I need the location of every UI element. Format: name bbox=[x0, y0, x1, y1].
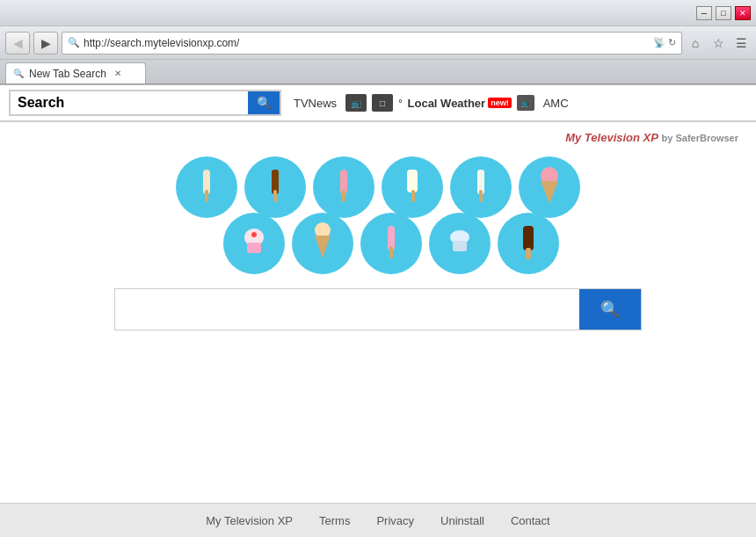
tvnews-link[interactable]: TVNews bbox=[290, 95, 340, 112]
svg-rect-3 bbox=[273, 190, 277, 202]
ice-circle-4 bbox=[382, 156, 443, 218]
footer-terms[interactable]: Terms bbox=[319, 514, 350, 527]
url-text: http://search.mytelevisionxp.com/ bbox=[84, 37, 650, 49]
main-content: My Television XP by SaferBrowser bbox=[0, 122, 756, 503]
svg-rect-18 bbox=[389, 246, 393, 258]
toolbar-links: TVNews 📺 □ ° Local Weather new! 📺 AMC bbox=[290, 94, 747, 112]
title-bar: ─ □ ✕ bbox=[0, 0, 756, 26]
nav-icons: ⌂ ☆ ☰ bbox=[686, 33, 751, 53]
ice-circle-5 bbox=[450, 156, 512, 218]
local-weather-label: Local Weather bbox=[408, 97, 486, 110]
footer: My Television XP Terms Privacy Uninstall… bbox=[0, 503, 756, 537]
tab-title: New Tab Search bbox=[29, 68, 106, 80]
center-search-icon: 🔍 bbox=[600, 300, 620, 319]
favorites-button[interactable]: ☆ bbox=[709, 33, 728, 53]
footer-contact[interactable]: Contact bbox=[511, 514, 550, 527]
svg-rect-13 bbox=[247, 243, 261, 253]
center-search-button[interactable]: 🔍 bbox=[579, 289, 641, 330]
footer-uninstall[interactable]: Uninstall bbox=[440, 514, 484, 527]
toolbar-search-input[interactable] bbox=[11, 91, 248, 114]
amc-icon: 📺 bbox=[517, 95, 534, 111]
nav-bar: ◀ ▶ 🔍 http://search.mytelevisionxp.com/ … bbox=[0, 26, 756, 60]
ice-circle-8 bbox=[292, 213, 353, 274]
ice-circle-11 bbox=[498, 213, 559, 274]
maximize-button[interactable]: □ bbox=[716, 6, 731, 20]
svg-point-14 bbox=[251, 232, 257, 237]
svg-rect-9 bbox=[479, 190, 483, 202]
forward-icon: ▶ bbox=[41, 36, 51, 50]
ice-row-1 bbox=[176, 156, 580, 218]
tv-icon: 📺 bbox=[345, 94, 367, 112]
toolbar-search-icon: 🔍 bbox=[257, 96, 272, 110]
home-button[interactable]: ⌂ bbox=[686, 33, 705, 53]
refresh-icon[interactable]: ↻ bbox=[668, 37, 676, 48]
address-icons: 📡 ↻ bbox=[653, 37, 676, 48]
toolbar-search-button[interactable]: 🔍 bbox=[248, 91, 280, 114]
footer-my-television[interactable]: My Television XP bbox=[206, 514, 293, 527]
svg-marker-16 bbox=[315, 236, 331, 258]
toolbar-search-wrap: 🔍 bbox=[9, 90, 281, 116]
svg-rect-1 bbox=[205, 190, 208, 202]
ice-circle-10 bbox=[429, 213, 491, 274]
ice-circle-1 bbox=[176, 156, 237, 218]
ice-circle-2 bbox=[244, 156, 306, 218]
ice-circle-7 bbox=[223, 213, 285, 274]
center-search-input[interactable] bbox=[115, 289, 579, 330]
forward-button[interactable]: ▶ bbox=[33, 32, 58, 54]
local-weather-link[interactable]: Local Weather new! bbox=[408, 97, 512, 110]
svg-rect-7 bbox=[411, 190, 415, 202]
svg-rect-20 bbox=[453, 241, 467, 251]
svg-rect-22 bbox=[526, 248, 531, 259]
brand-name: My Television XP bbox=[565, 131, 658, 144]
tab-close-button[interactable]: ✕ bbox=[112, 68, 124, 80]
window-controls: ─ □ ✕ bbox=[696, 6, 751, 20]
svg-rect-6 bbox=[407, 170, 418, 192]
back-icon: ◀ bbox=[13, 36, 23, 50]
svg-rect-21 bbox=[523, 226, 534, 250]
tab-bar: 🔍 New Tab Search ✕ bbox=[0, 60, 756, 84]
svg-rect-5 bbox=[342, 190, 345, 202]
footer-privacy[interactable]: Privacy bbox=[376, 514, 414, 527]
new-badge: new! bbox=[488, 98, 512, 108]
amc-link[interactable]: AMC bbox=[540, 95, 572, 112]
degree-symbol: ° bbox=[398, 98, 402, 108]
active-tab[interactable]: 🔍 New Tab Search ✕ bbox=[5, 62, 146, 83]
toolbar: 🔍 TVNews 📺 □ ° Local Weather new! 📺 AMC bbox=[0, 85, 756, 122]
back-button[interactable]: ◀ bbox=[5, 32, 30, 54]
ice-cream-grid bbox=[176, 156, 580, 262]
ice-circle-9 bbox=[360, 213, 422, 274]
browser-chrome: ─ □ ✕ ◀ ▶ 🔍 http://search.mytelevisionxp… bbox=[0, 0, 756, 85]
ice-circle-3 bbox=[313, 156, 374, 218]
center-search-wrap: 🔍 bbox=[114, 288, 642, 330]
brand-by: by SaferBrowser bbox=[662, 133, 738, 143]
close-button[interactable]: ✕ bbox=[735, 6, 751, 20]
minimize-button[interactable]: ─ bbox=[696, 6, 712, 20]
ice-row-2 bbox=[223, 213, 559, 274]
svg-marker-11 bbox=[541, 181, 558, 204]
brand-label: My Television XP by SaferBrowser bbox=[565, 131, 738, 144]
rss-icon: 📡 bbox=[653, 37, 665, 48]
ice-circle-6 bbox=[519, 156, 580, 218]
square-icon: □ bbox=[372, 94, 393, 112]
address-search-icon: 🔍 bbox=[68, 37, 80, 48]
address-bar[interactable]: 🔍 http://search.mytelevisionxp.com/ 📡 ↻ bbox=[62, 32, 682, 54]
settings-button[interactable]: ☰ bbox=[731, 33, 751, 53]
tab-icon: 🔍 bbox=[13, 69, 24, 78]
